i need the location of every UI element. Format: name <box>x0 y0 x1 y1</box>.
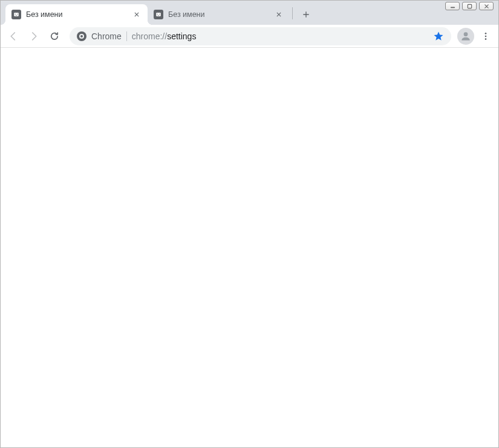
tab-active[interactable]: Без имени <box>5 4 148 25</box>
minimize-button[interactable] <box>445 2 460 10</box>
chrome-icon <box>77 31 86 41</box>
omnibox-url: chrome://settings <box>132 31 428 41</box>
svg-rect-5 <box>156 13 161 16</box>
reload-button[interactable] <box>45 27 64 45</box>
maximize-button[interactable] <box>462 2 477 10</box>
tab-separator <box>292 7 293 19</box>
tab-close-icon[interactable] <box>132 10 142 19</box>
tab-favicon-icon <box>154 10 163 19</box>
svg-point-9 <box>485 33 487 34</box>
svg-point-3 <box>15 14 16 15</box>
tab-title: Без имени <box>168 10 274 19</box>
profile-button[interactable] <box>457 28 474 45</box>
tab-strip: Без имени Без имени <box>1 1 498 25</box>
bookmark-star-icon[interactable] <box>433 31 444 42</box>
menu-button[interactable] <box>477 27 495 45</box>
forward-button[interactable] <box>25 27 43 45</box>
url-path: settings <box>167 31 196 41</box>
svg-rect-1 <box>468 4 471 8</box>
svg-point-11 <box>485 38 487 40</box>
tab-title: Без имени <box>26 10 132 19</box>
url-prefix: chrome:// <box>132 31 167 41</box>
omnibox-divider <box>126 31 127 41</box>
address-bar[interactable]: Chrome chrome://settings <box>70 27 451 45</box>
svg-point-6 <box>157 14 158 15</box>
svg-rect-0 <box>450 7 454 8</box>
tab-inactive[interactable]: Без имени <box>148 4 290 25</box>
omnibox-label: Chrome <box>91 31 122 41</box>
svg-point-4 <box>17 14 18 15</box>
svg-point-10 <box>485 35 487 37</box>
svg-point-7 <box>159 14 160 15</box>
window-controls <box>445 1 498 11</box>
svg-point-8 <box>464 32 468 36</box>
close-button[interactable] <box>479 2 494 10</box>
svg-rect-2 <box>14 13 19 16</box>
new-tab-button[interactable] <box>298 6 315 23</box>
toolbar: Chrome chrome://settings <box>1 25 498 48</box>
page-content <box>1 48 498 447</box>
back-button[interactable] <box>4 27 22 45</box>
tab-favicon-icon <box>11 10 21 19</box>
tab-close-icon[interactable] <box>274 10 284 19</box>
